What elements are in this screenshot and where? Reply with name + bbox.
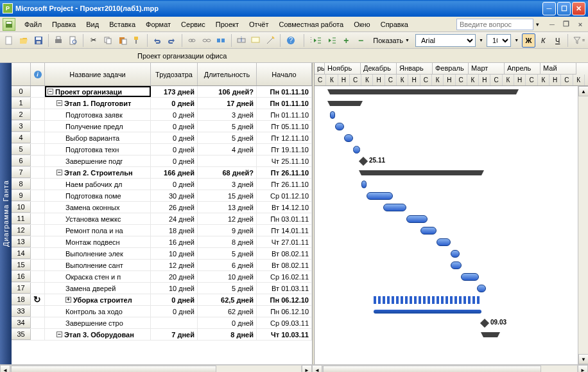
col-work[interactable]: Трудозатра — [151, 63, 198, 85]
row-info[interactable] — [31, 260, 45, 270]
cell-name[interactable]: Завершение стро — [45, 317, 151, 328]
gantt-body[interactable]: 25.1109.03 — [315, 86, 588, 364]
row-header[interactable]: 10 — [12, 202, 31, 213]
cell-name[interactable]: +Уборка строител — [45, 294, 151, 305]
new-button[interactable] — [3, 33, 16, 48]
row-header[interactable]: 12 — [12, 225, 31, 236]
menu-view[interactable]: Вид — [81, 19, 104, 30]
grid-scroll-left[interactable]: ◄ — [0, 365, 10, 372]
row-info[interactable] — [31, 317, 45, 328]
gantt-scroll-right[interactable]: ► — [578, 365, 588, 372]
cell-work[interactable]: 7 дней — [151, 329, 198, 340]
doc-close-button[interactable]: × — [575, 19, 585, 30]
summary-bar[interactable] — [361, 170, 481, 175]
cell-name[interactable]: Замена оконных — [45, 202, 151, 213]
cell-name[interactable]: Выполнение сант — [45, 260, 151, 270]
open-button[interactable] — [17, 33, 31, 48]
cell-start[interactable]: Вт 08.02.11 — [257, 248, 312, 259]
task-bar[interactable] — [367, 192, 393, 200]
col-info[interactable]: i — [31, 63, 45, 85]
cell-name[interactable]: −Этап 2. Строительн — [45, 167, 151, 178]
row-info[interactable] — [31, 132, 45, 143]
cell-duration[interactable]: 5 дней — [198, 121, 257, 132]
milestone[interactable] — [480, 319, 489, 328]
row-info[interactable] — [31, 109, 45, 120]
row-info[interactable] — [31, 294, 45, 305]
cell-name[interactable]: Получение предл — [45, 121, 151, 132]
col-name[interactable]: Название задачи — [45, 63, 151, 85]
preview-button[interactable] — [66, 33, 80, 48]
row-header[interactable]: 4 — [12, 132, 31, 143]
row-info[interactable] — [31, 190, 45, 201]
row-info[interactable] — [31, 121, 45, 132]
font-dropdown-icon[interactable]: ▼ — [477, 33, 485, 48]
cell-duration[interactable]: 4 дней — [198, 144, 257, 155]
row-header[interactable]: 11 — [12, 213, 31, 224]
row-header[interactable]: 0 — [12, 86, 31, 97]
summary-bar[interactable] — [483, 332, 497, 337]
split-button[interactable] — [214, 33, 228, 48]
cell-start[interactable]: Пн 01.11.10 — [257, 86, 312, 97]
cell-start[interactable]: Пн 03.01.11 — [257, 213, 312, 224]
table-row[interactable]: 34Завершение стро0 днейСр 09.03.11 — [12, 317, 312, 329]
cell-work[interactable]: 26 дней — [151, 202, 198, 213]
hide-subtasks-button[interactable]: − — [354, 33, 368, 48]
cell-name[interactable]: −Проект организаци — [45, 86, 151, 97]
outdent-button[interactable] — [311, 33, 324, 48]
table-row[interactable]: 1−Этап 1. Подготовит0 дней17 днейПн 01.1… — [12, 98, 312, 109]
row-info[interactable] — [31, 271, 45, 282]
outline-toggle[interactable]: + — [65, 297, 71, 303]
cell-duration[interactable]: 6 дней — [198, 260, 257, 270]
table-row[interactable]: 33Контроль за ходо0 дней62 днейПн 06.12.… — [12, 306, 312, 317]
print-button[interactable] — [52, 33, 65, 48]
recurring-bar[interactable] — [374, 296, 481, 304]
cell-duration[interactable]: 13 дней — [198, 202, 257, 213]
outline-toggle[interactable]: − — [56, 100, 62, 106]
table-row[interactable]: 11Установка межкс24 дней12 днейПн 03.01.… — [12, 213, 312, 225]
row-header[interactable]: 17 — [12, 283, 31, 294]
font-size-select[interactable]: 10 — [487, 34, 511, 47]
row-header[interactable]: 34 — [12, 317, 31, 328]
cell-work[interactable]: 20 дней — [151, 271, 198, 282]
scroll-down-button[interactable]: ▼ — [578, 354, 588, 364]
row-header[interactable]: 9 — [12, 190, 31, 201]
row-header[interactable]: 13 — [12, 236, 31, 247]
row-info[interactable] — [31, 98, 45, 109]
cell-duration[interactable]: 8 дней — [198, 329, 257, 340]
summary-bar[interactable] — [330, 101, 360, 106]
unlink-button[interactable] — [200, 33, 213, 48]
table-row[interactable]: 18+Уборка строител0 дней62,5 днейПн 06.1… — [12, 294, 312, 306]
cell-name[interactable]: Окраска стен и п — [45, 271, 151, 282]
table-row[interactable]: 2Подготовка заявк0 дней3 днейПн 01.11.10 — [12, 109, 312, 121]
outline-toggle[interactable]: − — [56, 170, 62, 175]
row-header[interactable]: 5 — [12, 144, 31, 155]
task-bar[interactable] — [477, 285, 486, 292]
outline-toggle[interactable]: − — [56, 332, 62, 337]
cell-work[interactable]: 16 дней — [151, 236, 198, 247]
table-row[interactable]: 0−Проект организаци173 дней106 дней?Пн 0… — [12, 86, 312, 98]
grid-scroll-right[interactable]: ► — [302, 365, 312, 372]
menu-report[interactable]: Отчёт — [244, 19, 273, 30]
row-info[interactable] — [31, 306, 45, 317]
row-info[interactable] — [31, 144, 45, 155]
cell-work[interactable]: 0 дней — [151, 121, 198, 132]
cell-duration[interactable] — [198, 155, 257, 166]
cell-start[interactable]: Ср 01.12.10 — [257, 190, 312, 201]
indent-button[interactable] — [325, 33, 338, 48]
cell-duration[interactable]: 5 дней — [198, 248, 257, 259]
table-row[interactable]: 10Замена оконных26 дней13 днейВт 14.12.1… — [12, 202, 312, 213]
cell-duration[interactable]: 106 дней? — [198, 86, 257, 97]
doc-minimize-button[interactable]: ─ — [547, 19, 557, 30]
cell-start[interactable]: Вт 01.03.11 — [257, 283, 312, 294]
col-start[interactable]: Начало — [257, 63, 312, 85]
row-header[interactable]: 3 — [12, 121, 31, 132]
cell-duration[interactable]: 10 дней — [198, 271, 257, 282]
cell-work[interactable]: 166 дней — [151, 167, 198, 178]
cell-name[interactable]: Подготовка заявк — [45, 109, 151, 120]
task-bar[interactable] — [451, 250, 460, 258]
task-bar[interactable] — [353, 146, 360, 154]
row-info[interactable] — [31, 329, 45, 340]
row-info[interactable] — [31, 179, 45, 190]
undo-button[interactable] — [150, 33, 164, 48]
table-row[interactable]: 15Выполнение сант12 дней6 днейВт 08.02.1… — [12, 260, 312, 271]
